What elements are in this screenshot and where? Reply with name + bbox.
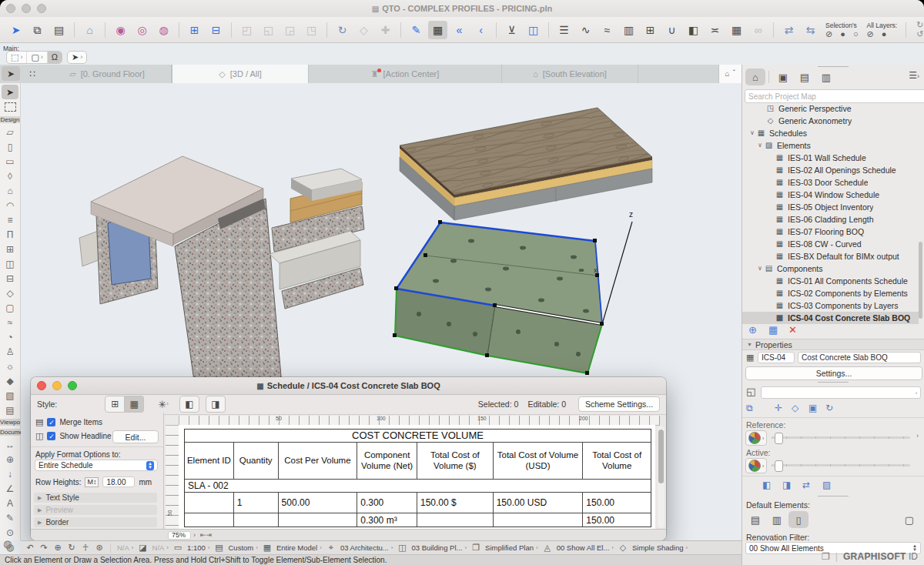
copy-reference-icon[interactable] [808,403,817,413]
inject-parameters-icon[interactable] [132,21,152,39]
tree-item-ies-08[interactable]: IES-08 CW - Curved [742,238,919,250]
worksheet-icon[interactable] [619,21,638,39]
tree-item-elements[interactable]: Elements [742,139,919,152]
schedule-id-field[interactable]: ICS-04 [758,352,795,363]
edit-settings-icon[interactable] [407,21,426,39]
trace-reference-dropdown[interactable]: › [761,386,921,399]
tree-item-ies-bx[interactable]: IES-BX Default for BIMx output [742,250,919,262]
isolate-selection-icon[interactable] [840,30,845,38]
tree-item-ics-02[interactable]: ICS-02 Components by Elements [742,287,919,299]
stories-icon[interactable] [554,21,574,39]
modify-shape-icon[interactable] [354,21,373,39]
tree-item-ies-03[interactable]: IES-03 Door Schedule [742,176,919,189]
table-data-row[interactable]: 1 500.00 0.300 150.00 $ 150.00 USD 150.0… [185,493,651,513]
new-viewpoint-button[interactable] [748,325,757,335]
fill-reference-icon[interactable] [822,480,831,490]
layers-option[interactable]: Custom› [228,543,257,552]
header-quantity[interactable]: Quantity [234,443,279,480]
edit-headline-button[interactable]: Edit... [112,430,159,443]
opening-tool[interactable] [2,300,18,315]
morph-tool[interactable] [2,373,18,388]
reference-color-button[interactable]: › [745,430,767,446]
tab-south-elevation[interactable]: [South Elevation] [502,65,638,83]
skylight-tool[interactable] [2,286,18,300]
search-input[interactable] [745,89,924,103]
zone-tool[interactable] [2,329,18,344]
rebuild-reference-icon[interactable] [825,403,833,413]
duplicate-reference-icon[interactable] [782,480,791,490]
tree-item-generic-axonometry[interactable]: Generic Axonometry [742,115,919,127]
reference-more-button[interactable] [916,433,919,440]
clipboard-icon[interactable] [49,21,69,39]
merge-items-option[interactable]: ✓ Merge Items [35,418,102,426]
collapse-icon[interactable] [756,142,764,149]
merge-items-checkbox[interactable]: ✓ [47,418,55,426]
auto-dimension-icon[interactable] [502,21,521,39]
marquee-mode-icon[interactable] [428,21,447,39]
bring-forward-icon[interactable] [471,21,490,39]
zoom-level-field[interactable]: 75% [168,531,191,540]
zoom-in-icon[interactable] [52,543,64,552]
tab-ground-floor[interactable]: [0. Ground Floor] [43,65,172,83]
current-tool-button[interactable] [2,66,20,81]
tree-item-ies-01[interactable]: IES-01 Wall Schedule [742,152,919,164]
move-reference-icon[interactable] [775,403,782,413]
tree-item-ies-07[interactable]: IES-07 Flooring BOQ [742,226,919,238]
text-tool[interactable] [2,496,18,510]
stair-tool[interactable] [2,212,18,227]
section-text-style[interactable]: Text Style [34,493,157,503]
lock-icon[interactable] [280,21,300,39]
group-icon[interactable] [237,21,256,39]
row-height-icon[interactable] [85,477,99,487]
header-cost-per-volume[interactable]: Cost Per Volume [279,443,358,480]
story-option[interactable]: 03 Architectu...› [340,543,393,552]
schedule-window-titlebar[interactable]: Schedule / ICS-04 Cost Concrete Slab BOQ [31,377,666,395]
profile-manager-icon[interactable] [705,21,725,39]
mesh-tool[interactable] [2,315,18,329]
pick-up-parameters-icon[interactable] [111,21,130,39]
plan-type-option[interactable]: Simplified Plan› [485,543,538,552]
trace-toggle-icon[interactable] [746,386,755,396]
schedule-name-field[interactable]: Cost Concrete Slab BOQ [798,352,921,363]
select-tool-icon[interactable] [6,21,25,39]
tree-item-ics-03[interactable]: ICS-03 Components by Layers [742,299,919,312]
section-preview[interactable]: Preview [34,505,157,515]
column-tool[interactable] [2,139,18,154]
copy-icon[interactable] [28,21,47,39]
tree-scrollbar[interactable] [919,242,922,319]
slab-tool[interactable] [2,169,18,183]
fill-tool-bottom-icon[interactable] [3,539,12,549]
renovation-option[interactable]: 00 Show All El...› [557,543,614,552]
walk-mode-icon[interactable] [79,543,92,552]
schedules-icon[interactable] [727,21,746,39]
section-border[interactable]: Border [34,517,157,527]
tree-item-schedules[interactable]: Schedules [742,127,919,139]
zoom-back-icon[interactable] [24,543,36,552]
scheme-settings-button[interactable]: Scheme Settings... [578,396,660,412]
collapse-icon[interactable] [748,130,756,136]
view-map-tab[interactable] [773,69,793,85]
apply-format-select[interactable]: Entire Schedule ▲▼ [35,460,158,471]
change-manager-icon[interactable] [662,21,681,39]
magnet-toggle-button[interactable] [48,52,62,63]
roof-tool[interactable] [2,183,18,198]
window-copy-icon[interactable] [822,552,830,561]
ungroup-icon[interactable] [259,21,278,39]
zoom-menu-icon[interactable] [193,532,196,539]
railing-tool[interactable] [2,227,18,242]
dimension-tool[interactable] [2,437,18,452]
move-icon[interactable] [376,21,395,39]
fit-in-window-icon[interactable] [93,543,105,552]
hide-layers-icon[interactable] [867,30,874,38]
table-totals-row[interactable]: 0.300 m³ 150.00 [185,513,651,527]
wall-tool[interactable] [2,125,18,139]
tab-overview-button[interactable] [23,66,42,81]
window-tool[interactable] [2,271,18,286]
preview-view-button[interactable] [125,396,144,413]
header-total-cost-dollar[interactable]: Total Cost of Volume ($) [417,443,494,480]
tree-item-ics-04-selected[interactable]: ICS-04 Cost Concrete Slab BOQ [742,312,919,324]
collapse-icon[interactable] [756,266,764,272]
publisher-tab[interactable] [816,69,836,85]
shell-tool[interactable] [2,198,18,212]
tree-item-ies-05[interactable]: IES-05 Object Inventory [742,201,919,213]
